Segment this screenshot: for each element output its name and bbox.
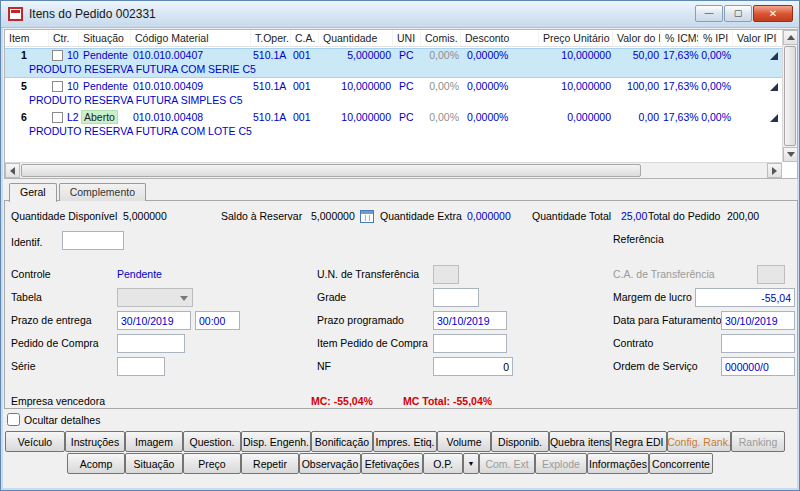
row-checkbox[interactable] <box>52 81 63 92</box>
col-header-uni[interactable]: UNI <box>393 30 421 46</box>
total-pedido-value: 200,00 <box>727 210 759 222</box>
mc-value: MC: -55,04% <box>311 395 373 407</box>
prazo-entrega-hora-input[interactable] <box>195 311 240 330</box>
col-header-ipi[interactable]: % IPI <box>699 30 733 46</box>
col-header-ca[interactable]: C.A. <box>291 30 319 46</box>
vertical-scrollbar[interactable] <box>782 30 797 162</box>
titlebar[interactable]: Itens do Pedido 002331 <box>1 1 799 28</box>
tab-geral[interactable]: Geral <box>9 183 57 202</box>
item-pedido-compra-input[interactable] <box>433 334 507 353</box>
quebra-itens-button[interactable]: Quebra itens <box>549 431 611 452</box>
cell-quantidade: 5,000000 <box>319 48 393 63</box>
prazo-programado-input[interactable] <box>433 311 507 330</box>
scroll-left-button[interactable] <box>5 163 20 178</box>
informacoes-button[interactable]: Informações <box>587 453 649 474</box>
volume-button[interactable]: Volume <box>437 431 491 452</box>
minimize-button[interactable]: — <box>695 5 723 22</box>
cell-desconto: 0,0000% <box>461 79 539 94</box>
observacao-button[interactable]: Observação <box>299 453 361 474</box>
op-button[interactable]: O.P. <box>423 453 463 474</box>
vertical-scroll-thumb[interactable] <box>784 46 796 146</box>
col-header-preco-unitario[interactable]: Preço Unitário <box>539 30 613 46</box>
cell-comis: 0,00% <box>421 110 461 125</box>
efetivacoes-button[interactable]: Efetivações <box>361 453 423 474</box>
question-button[interactable]: Question. <box>183 431 241 452</box>
chevron-down-icon <box>180 296 188 301</box>
repetir-button[interactable]: Repetir <box>241 453 299 474</box>
cell-preco-unitario: 10,000000 <box>539 48 613 63</box>
ocultar-detalhes-label: Ocultar detalhes <box>24 414 100 426</box>
cell-ca: 001 <box>291 79 319 94</box>
cell-quantidade: 10,000000 <box>319 79 393 94</box>
disponib-button[interactable]: Disponib. <box>491 431 549 452</box>
col-header-icms[interactable]: % ICMS <box>661 30 699 46</box>
impres-etiq-button[interactable]: Impres. Etiq. <box>373 431 437 452</box>
scroll-right-button[interactable] <box>767 163 782 178</box>
tab-complemento[interactable]: Complemento <box>59 183 146 201</box>
grid-header: Item Ctr. Situação Código Material T.Ope… <box>5 30 782 47</box>
imagem-button[interactable]: Imagem <box>125 431 183 452</box>
col-header-codigo-material[interactable]: Código Material <box>131 30 251 46</box>
scroll-up-button[interactable] <box>783 30 798 45</box>
cell-icms: 17,63% <box>661 110 699 125</box>
prazo-entrega-input[interactable] <box>117 311 191 330</box>
horizontal-scrollbar[interactable] <box>5 162 782 178</box>
row-marker-icon <box>770 83 778 91</box>
grade-input[interactable] <box>433 288 479 307</box>
instrucoes-button[interactable]: Instruções <box>65 431 125 452</box>
scroll-down-button[interactable] <box>783 147 798 162</box>
config-rank-button[interactable]: Config. Rank. <box>667 431 731 452</box>
cell-ipi: 0,00% <box>699 110 733 125</box>
grid-row-5[interactable]: 5 10 Pendente 010.010.00409 510.1A 001 1… <box>5 79 782 109</box>
contrato-input[interactable] <box>721 334 795 353</box>
ocultar-detalhes-checkbox[interactable] <box>7 413 20 426</box>
situacao-button[interactable]: Situação <box>125 453 183 474</box>
pedido-compra-input[interactable] <box>117 334 185 353</box>
cell-comis: 0,00% <box>421 48 461 63</box>
col-header-situacao[interactable]: Situação <box>79 30 131 46</box>
data-faturamento-input[interactable] <box>721 311 795 330</box>
close-button[interactable]: ✕ <box>753 5 793 22</box>
col-header-quantidade[interactable]: Quantidade <box>319 30 393 46</box>
ctr-value: 10 <box>67 49 79 61</box>
concorrente-button[interactable]: Concorrente <box>649 453 713 474</box>
regra-edi-button[interactable]: Regra EDI <box>611 431 667 452</box>
veiculo-button[interactable]: Veículo <box>5 431 65 452</box>
grid-row-1[interactable]: 1 10 Pendente 010.010.00407 510.1A 001 5… <box>5 48 782 78</box>
maximize-button[interactable]: ▢ <box>724 5 752 22</box>
ordem-servico-input[interactable] <box>721 357 795 376</box>
disp-engenh-button[interactable]: Disp. Engenh. <box>241 431 311 452</box>
un-transferencia-label: U.N. de Transferência <box>317 268 419 280</box>
data-faturamento-label: Data para Faturamento <box>613 314 722 326</box>
tab-panel-geral: Quantidade Disponível 5,000000 Saldo à R… <box>4 200 798 409</box>
row-checkbox[interactable] <box>52 50 63 61</box>
tabela-dropdown[interactable] <box>117 288 193 307</box>
col-header-valor-item[interactable]: Valor do Item <box>613 30 661 46</box>
identif-input[interactable] <box>62 231 124 250</box>
col-header-toper[interactable]: T.Oper. <box>251 30 291 46</box>
serie-input[interactable] <box>117 357 165 376</box>
acomp-button[interactable]: Acomp <box>67 453 125 474</box>
op-dropdown-button[interactable]: ▼ <box>463 453 479 474</box>
col-header-ctr[interactable]: Ctr. <box>49 30 79 46</box>
margem-lucro-input[interactable] <box>695 288 795 307</box>
cell-item: 1 <box>5 48 49 63</box>
col-header-valor-ipi[interactable]: Valor IPI <box>733 30 777 46</box>
nf-input[interactable] <box>433 357 513 376</box>
row-checkbox[interactable] <box>52 112 63 123</box>
col-header-item[interactable]: Item <box>5 30 49 46</box>
bonificacao-button[interactable]: Bonificação <box>311 431 373 452</box>
ctr-value: 10 <box>67 80 79 92</box>
horizontal-scroll-thumb[interactable] <box>21 164 641 177</box>
col-header-comis[interactable]: Comis. <box>421 30 461 46</box>
cell-desconto: 0,0000% <box>461 48 539 63</box>
row-marker-icon <box>770 114 778 122</box>
preco-button[interactable]: Preço <box>183 453 241 474</box>
col-header-desconto[interactable]: Desconto <box>461 30 539 46</box>
grid-row-6[interactable]: 6 L2 Aberto 010.010.00408 510.1A 001 10,… <box>5 110 782 140</box>
margem-lucro-label: Margem de lucro <box>613 291 692 303</box>
row-marker-icon <box>770 52 778 60</box>
table-lookup-icon[interactable] <box>360 210 374 223</box>
situacao-value: Pendente <box>81 49 130 61</box>
identif-label: Identif. <box>11 236 43 248</box>
